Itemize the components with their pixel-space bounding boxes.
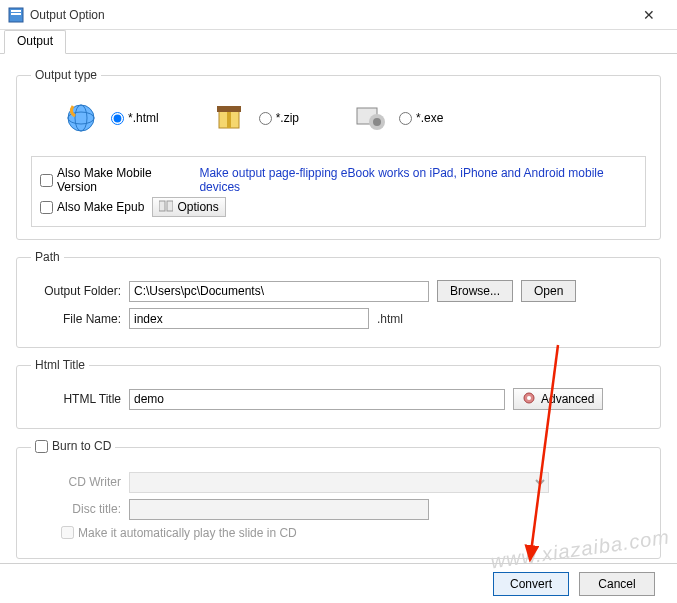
autoplay-checkbox: Make it automatically play the slide in … [61, 526, 297, 540]
open-button[interactable]: Open [521, 280, 576, 302]
disc-title-label: Disc title: [31, 502, 121, 516]
path-legend: Path [31, 250, 64, 264]
svg-rect-12 [159, 201, 165, 211]
epub-options-button[interactable]: Options [152, 197, 225, 217]
app-icon [8, 7, 24, 23]
titlebar: Output Option ✕ [0, 0, 677, 30]
cd-writer-select [129, 472, 549, 493]
cancel-button[interactable]: Cancel [579, 572, 655, 596]
tab-output[interactable]: Output [4, 30, 66, 54]
html-title-input[interactable] [129, 389, 505, 410]
cd-writer-label: CD Writer [31, 475, 121, 489]
html-title-group: Html Title HTML Title Advanced [16, 358, 661, 429]
output-type-zip: *.zip [209, 98, 299, 138]
tab-bar: Output [0, 30, 677, 54]
svg-rect-7 [227, 110, 231, 128]
epub-checkbox[interactable]: Also Make Epub [40, 200, 144, 214]
svg-rect-1 [11, 10, 21, 12]
window-title: Output Option [30, 8, 629, 22]
output-type-row: *.html *.zip *.exe [31, 92, 646, 152]
output-folder-input[interactable] [129, 281, 429, 302]
content: Output type *.html *.zip *.exe [0, 54, 677, 577]
output-folder-label: Output Folder: [31, 284, 121, 298]
make-options-box: Also Make Mobile Version Make output pag… [31, 156, 646, 227]
html-title-legend: Html Title [31, 358, 89, 372]
svg-rect-2 [11, 13, 21, 15]
close-button[interactable]: ✕ [629, 3, 669, 27]
gear-icon [522, 391, 536, 408]
file-ext: .html [377, 312, 403, 326]
footer: Convert Cancel [0, 563, 677, 603]
svg-point-11 [373, 118, 381, 126]
path-group: Path Output Folder: Browse... Open File … [16, 250, 661, 348]
exe-icon [349, 98, 389, 138]
output-type-group: Output type *.html *.zip *.exe [16, 68, 661, 240]
radio-zip[interactable]: *.zip [259, 111, 299, 125]
burn-cd-legend: Burn to CD [31, 439, 115, 456]
output-type-legend: Output type [31, 68, 101, 82]
file-name-input[interactable] [129, 308, 369, 329]
mobile-hint: Make output page-flipping eBook works on… [199, 166, 637, 194]
disc-title-input [129, 499, 429, 520]
file-name-label: File Name: [31, 312, 121, 326]
browse-button[interactable]: Browse... [437, 280, 513, 302]
burn-cd-checkbox[interactable]: Burn to CD [35, 439, 111, 453]
zip-icon [209, 98, 249, 138]
output-type-html: *.html [61, 98, 159, 138]
advanced-button[interactable]: Advanced [513, 388, 603, 410]
book-icon [159, 200, 173, 215]
convert-button[interactable]: Convert [493, 572, 569, 596]
html-title-label: HTML Title [31, 392, 121, 406]
output-type-exe: *.exe [349, 98, 443, 138]
svg-rect-13 [167, 201, 173, 211]
mobile-checkbox[interactable]: Also Make Mobile Version [40, 166, 191, 194]
svg-rect-8 [217, 106, 241, 112]
svg-point-15 [527, 396, 531, 400]
radio-html[interactable]: *.html [111, 111, 159, 125]
globe-icon [61, 98, 101, 138]
radio-exe[interactable]: *.exe [399, 111, 443, 125]
